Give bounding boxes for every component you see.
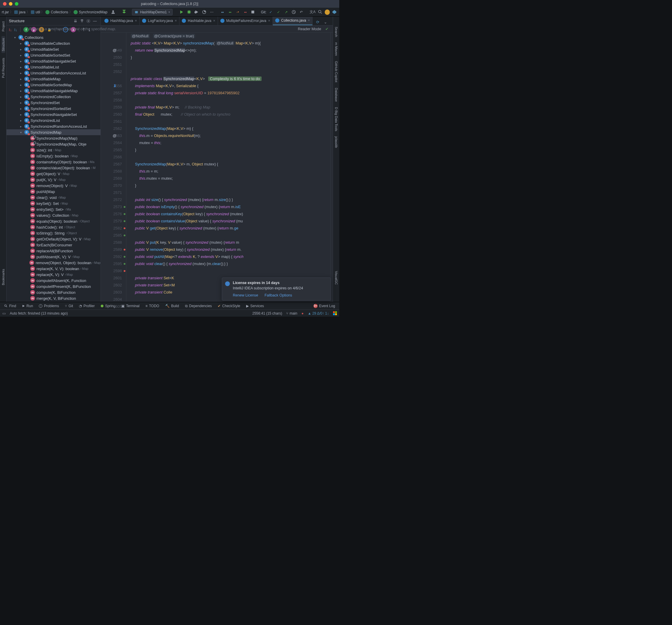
memory-widget[interactable]: ▲ 29 Δ/0↑ 1↓ [308,311,329,315]
gutter-line[interactable]: 2572 [101,196,126,203]
tree-node[interactable]: ▸CUnmodifiableSet [6,46,100,52]
tree-node[interactable]: mreplace(K, V): V Map [6,271,100,278]
gutter-line[interactable]: 2568 [101,168,126,175]
event-log-button[interactable]: 9+Event Log [311,303,337,309]
gutter-line[interactable]: 2570 [101,182,126,189]
breadcrumb-item[interactable]: SynchronizedMap [74,10,107,14]
gutter-line[interactable]: 2571 [101,189,126,196]
tree-node[interactable]: mputIfAbsent(K, V): V Map [6,254,100,260]
profile-icon[interactable] [201,9,208,16]
gutter-line[interactable]: 2589 [101,246,126,253]
sort-vis-icon[interactable]: I↓ [14,28,17,32]
git-commit-icon[interactable]: ✓ [275,9,282,16]
more-vertical-icon[interactable]: ⋮ [330,19,333,25]
build-tool-button[interactable]: 🔨Build [163,303,182,309]
gutter-line[interactable]: 2605 [101,303,126,310]
find-tool-button[interactable]: Find [2,303,18,309]
editor-tab[interactable]: Hashtable.java× [179,17,218,25]
bigdata-tool-button[interactable]: D Big Data Tools [335,107,338,131]
ms-icon[interactable] [333,311,337,315]
tree-node[interactable]: ▾CSynchronizedMap [6,129,100,135]
tree-node[interactable]: mcompute(K, BiFunction [6,289,100,295]
tree-node[interactable]: ▸CSynchronizedSortedSet [6,105,100,112]
dependencies-tool-button[interactable]: ⧉Dependencies [183,303,214,309]
gutter-line[interactable]: 2550 [101,54,126,61]
gutter-line[interactable]: 2560 [101,111,126,118]
gutter-line[interactable]: 2592 [101,253,126,260]
project-tool-button[interactable]: Project [1,20,5,33]
gutter-line[interactable]: 2561 [101,118,126,125]
breadcrumb-item[interactable]: Collections [45,10,68,14]
minimap[interactable] [330,32,333,302]
reader-mode-label[interactable]: Reader Mode [298,27,321,31]
tree-node[interactable]: mtoString(): String Object [6,230,100,236]
gutter-line[interactable]: 2601 [101,274,126,282]
git-push-icon[interactable]: ↗ [283,9,289,16]
database-tool-button[interactable]: Database [335,88,338,102]
gutter-line[interactable]: 2566 [101,153,126,161]
tree-node[interactable]: ▸CSynchronizedList [6,117,100,123]
debug-button[interactable] [186,9,192,16]
stop-icon[interactable]: ▪▪ [242,9,248,16]
tree-node[interactable]: mputAll(Map [6,189,100,194]
gutter-line[interactable]: 2579 [101,218,126,225]
translate-icon[interactable]: 文A [309,9,316,16]
tree-node[interactable]: mget(Object): V Map [6,171,100,177]
editor-tab[interactable]: MultipleFailuresError.java× [218,17,273,25]
gutter-line[interactable]: 2595 [101,260,126,267]
visualgc-tool-button[interactable]: VisualGC [335,271,338,285]
renew-license-link[interactable]: Renew License [233,293,258,297]
gutter-line[interactable]: 2557 [101,90,126,97]
code-content[interactable]: @NotNull @Contract(pure = true) public s… [126,32,330,302]
gutter-line[interactable]: ⬇2556 [101,82,126,90]
tree-node[interactable]: ▾CCollections [6,34,100,40]
show-fields-icon[interactable]: f [23,27,29,32]
gutter-line[interactable]: 2598 [101,267,126,274]
gutter-line[interactable]: 2567 [101,161,126,168]
tree-node[interactable]: misEmpty(): boolean Map [6,153,100,159]
git-history-icon[interactable] [291,9,297,16]
gutter-line[interactable]: 2603 [101,289,126,296]
tree-node[interactable]: ▸CSynchronizedCollection [6,94,100,100]
breadcrumb-item[interactable]: rt.jar [2,10,9,14]
tree-node[interactable]: ▸CSynchronizedRandomAccessList [6,123,100,129]
editor-tab[interactable]: Collections.java× [273,17,313,25]
stop-button[interactable] [250,9,256,16]
caret-position[interactable]: 2556:41 (15 chars) [253,311,282,315]
reload-tab-icon[interactable]: ⟳ [314,19,321,25]
tree-node[interactable]: mcontainsValue(Object): boolean M [6,165,100,171]
gutter-line[interactable]: 2562 [101,125,126,132]
checkstyle-tool-button[interactable]: ✔CheckStyle [215,303,243,309]
close-window-icon[interactable] [3,2,6,6]
collapse-all-icon[interactable]: ⇈ [78,18,85,24]
run-button[interactable] [178,9,185,16]
gutter-line[interactable]: 2559 [101,104,126,111]
git-update-icon[interactable]: ✓ [267,9,274,16]
expand-all-icon[interactable]: ⇊ [72,18,78,24]
tree-node[interactable]: mremove(Object): V Map [6,183,100,189]
bookmarks-tool-button[interactable]: Bookmarks [1,267,5,287]
close-icon[interactable]: × [308,18,310,23]
services-icon[interactable]: ▪▪ [227,9,233,16]
run-coverage-icon[interactable] [193,9,200,16]
tree-node[interactable]: ▸CUnmodifiableList [6,64,100,70]
build-icon[interactable] [121,9,127,16]
fallback-options-link[interactable]: Fallback Options [265,293,292,297]
gutter-line[interactable]: 2565 [101,146,126,153]
git-branch-widget[interactable]: ⑂ main [286,311,297,315]
tree-node[interactable]: mreplaceAll(BiFunction [6,248,100,254]
gutter-line[interactable]: @2549 [101,47,126,54]
tree-node[interactable]: mequals(Object): boolean Object [6,218,100,224]
user-icon[interactable] [110,9,116,16]
gutter-line[interactable]: 2604 [101,296,126,303]
gear-icon[interactable] [85,18,92,24]
jclasslib-tool-button[interactable]: jclasslib [335,136,338,148]
gutter-line[interactable]: 2585 [101,232,126,239]
search-icon[interactable] [317,9,323,16]
tree-node[interactable]: mforEach(BiConsumer [6,242,100,248]
git-tool-button[interactable]: ⑂Git [63,303,75,309]
run-tool-button[interactable]: Run [20,303,35,309]
tree-node[interactable]: ▸CUnmodifiableRandomAccessList [6,70,100,76]
code-editor[interactable]: @2549255025512552⬇2556255725582559256025… [101,32,333,302]
tree-node[interactable]: mreplace(K, V, V): boolean Map [6,266,100,271]
